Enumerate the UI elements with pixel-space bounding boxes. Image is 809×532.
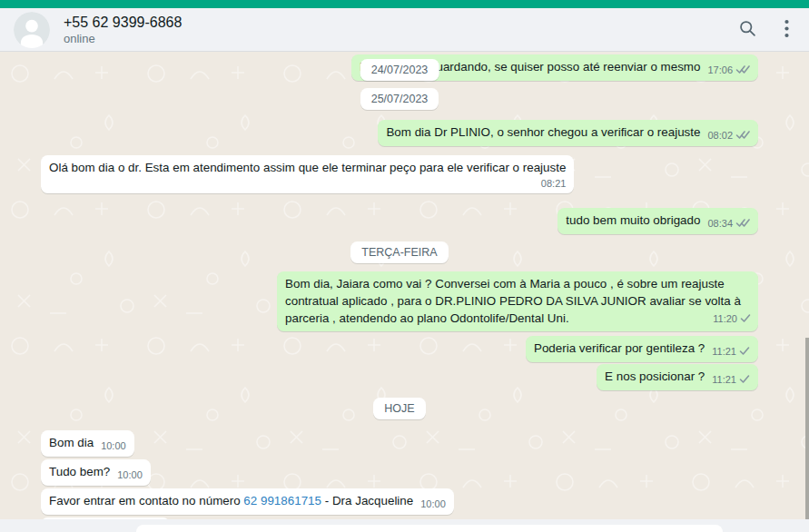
incoming-message-bubble[interactable]: Olá bom dia o dr. Esta em atendimento as… (41, 155, 574, 193)
message-input[interactable] (136, 525, 723, 532)
message-text-segment: Favor entrar em contato no número (49, 494, 243, 507)
message-time: 10:00 (420, 498, 446, 509)
message-row: Tudo bem?10:00 (41, 459, 758, 486)
check-icon (739, 346, 750, 357)
search-button[interactable] (736, 17, 759, 43)
date-row: 25/07/2023 (41, 88, 758, 110)
message-text: Favor entrar em contato no número 62 991… (49, 494, 413, 507)
search-icon (738, 19, 757, 41)
message-row: tudo bem muito obrigado08:34 (41, 208, 758, 234)
message-text: Bom dia, Jaiara como vai ? Conversei com… (285, 277, 741, 325)
message-time: 10:00 (117, 469, 143, 480)
message-time: 17:06 (707, 64, 733, 75)
date-row: TERÇA-FEIRA (41, 241, 758, 263)
message-row: E nos posicionar ?11:21 (41, 364, 758, 390)
phone-number-link[interactable]: 62 991861715 (243, 494, 321, 507)
message-row: bem ficarei aguardando, se quiser posso … (41, 54, 758, 81)
message-text: Olá bom dia o dr. Esta em atendimento as… (49, 161, 566, 174)
message-text: Tudo bem? (49, 465, 110, 478)
kebab-menu-icon (784, 19, 789, 41)
message-text: Bom dia (49, 436, 94, 449)
message-meta: 10:00 (420, 498, 446, 509)
message-row: Bom dia Dr PLINIO, o senhor chegou a ver… (41, 120, 758, 146)
incoming-message-bubble[interactable]: Favor entrar em contato no número 62 991… (41, 488, 454, 515)
message-list: bem ficarei aguardando, se quiser posso … (0, 52, 809, 519)
message-row: Bom dia10:00 (41, 430, 758, 457)
message-text: Poderia verificar por gentileza ? (534, 341, 705, 355)
message-time: 08:21 (541, 178, 567, 189)
scrollbar[interactable] (805, 338, 809, 519)
check-icon (739, 374, 750, 385)
message-meta: 08:34 (707, 218, 750, 229)
message-row: Poderia verificar por gentileza ?11:21 (41, 336, 758, 362)
contact-info[interactable]: +55 62 9399-6868 online (64, 13, 736, 46)
message-meta: 10:00 (101, 440, 126, 451)
chat-scroll-area[interactable]: bem ficarei aguardando, se quiser posso … (0, 52, 809, 519)
double-check-icon (735, 64, 750, 75)
header-actions (736, 17, 791, 43)
message-time: 08:34 (707, 218, 733, 229)
incoming-message-bubble[interactable]: Tudo bem?10:00 (41, 459, 151, 486)
double-check-icon (735, 218, 750, 229)
date-chip: 24/07/2023 (360, 59, 439, 81)
message-time: 11:21 (712, 374, 736, 385)
message-row: Olá bom dia o dr. Esta em atendimento as… (41, 155, 758, 193)
default-avatar-icon (14, 12, 50, 48)
message-meta: 08:02 (707, 130, 750, 141)
date-row: HOJE (41, 398, 758, 419)
whatsapp-chat-window: +55 62 9399-6868 online (0, 0, 809, 532)
message-text-segment: - Dra Jacqueline (321, 494, 413, 507)
outgoing-message-bubble[interactable]: E nos posicionar ?11:21 (597, 364, 758, 390)
message-text: E nos posicionar ? (605, 369, 705, 383)
message-text: tudo bem muito obrigado (566, 213, 700, 227)
message-meta: 10:00 (117, 469, 143, 480)
contact-avatar[interactable] (14, 12, 50, 48)
message-time: 11:21 (712, 346, 736, 357)
message-time: 11:20 (713, 313, 737, 324)
date-chip: TERÇA-FEIRA (350, 241, 448, 263)
message-row: Favor entrar em contato no número 62 991… (41, 488, 758, 515)
incoming-message-bubble[interactable]: Bom dia10:00 (41, 430, 134, 457)
message-meta: 08:21 (49, 178, 566, 189)
chat-header: +55 62 9399-6868 online (0, 8, 809, 52)
message-time: 10:00 (101, 440, 126, 451)
message-row: Bom dia, Jaiara como vai ? Conversei com… (41, 271, 758, 331)
outgoing-message-bubble[interactable]: Poderia verificar por gentileza ?11:21 (526, 336, 758, 362)
menu-button[interactable] (783, 17, 791, 43)
composer-bar (0, 519, 809, 532)
contact-name: +55 62 9399-6868 (64, 13, 736, 32)
date-chip: HOJE (373, 398, 425, 419)
message-meta: 11:21 (712, 374, 750, 385)
outgoing-message-bubble[interactable]: tudo bem muito obrigado08:34 (557, 208, 758, 234)
check-icon (740, 313, 751, 324)
outgoing-message-bubble[interactable]: Bom dia Dr PLINIO, o senhor chegou a ver… (378, 120, 758, 146)
outgoing-message-bubble[interactable]: Bom dia, Jaiara como vai ? Conversei com… (277, 271, 758, 331)
message-meta: 11:20 (713, 310, 751, 328)
app-accent-strip (0, 0, 809, 8)
message-text: Bom dia Dr PLINIO, o senhor chegou a ver… (386, 125, 700, 139)
message-meta: 11:21 (712, 346, 750, 357)
contact-status: online (64, 32, 736, 46)
date-chip: 25/07/2023 (360, 88, 439, 110)
message-meta: 17:06 (707, 64, 750, 75)
message-time: 08:02 (707, 130, 733, 141)
double-check-icon (735, 130, 750, 141)
